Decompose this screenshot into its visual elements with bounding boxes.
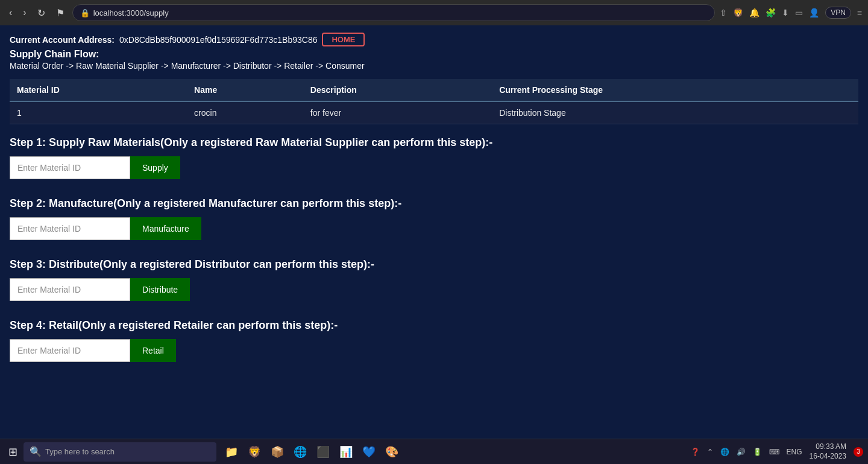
step-heading-1: Step 1: Supply Raw Materials(Only a regi…	[10, 136, 858, 149]
profile-icon[interactable]: 👤	[809, 8, 819, 17]
taskbar-search[interactable]: 🔍	[24, 442, 216, 462]
taskbar-volume-icon: 🔊	[737, 448, 746, 456]
taskbar-network-icon: 🌐	[720, 448, 729, 456]
col-header-stage: Current Processing Stage	[492, 79, 858, 101]
taskbar-app-edge[interactable]: 🌐	[290, 442, 310, 462]
share-icon[interactable]: ⇧	[720, 8, 727, 17]
col-header-description: Description	[303, 79, 492, 101]
start-button[interactable]: ⊞	[5, 443, 21, 461]
taskbar-app-brave[interactable]: 🦁	[244, 442, 265, 462]
window-icon[interactable]: ▭	[795, 8, 803, 17]
taskbar-app-vscode[interactable]: 💙	[359, 442, 379, 462]
taskbar-keyboard-icon: ⌨	[769, 448, 779, 456]
taskbar-notification-badge[interactable]: 3	[854, 447, 863, 457]
forward-button[interactable]: ›	[20, 6, 29, 19]
taskbar-app-store[interactable]: 📦	[267, 442, 288, 462]
vpn-badge[interactable]: VPN	[825, 7, 851, 19]
home-button[interactable]: HOME	[322, 33, 365, 46]
steps-container: Step 1: Supply Raw Materials(Only a regi…	[10, 136, 858, 362]
step-section-1: Step 1: Supply Raw Materials(Only a regi…	[10, 136, 858, 179]
refresh-button[interactable]: ↻	[34, 6, 48, 20]
step-4-material-id-input[interactable]	[10, 339, 130, 362]
taskbar-app-app1[interactable]: 📊	[336, 442, 356, 462]
download-icon[interactable]: ⬇	[782, 8, 789, 17]
extensions-icon[interactable]: 🧩	[766, 8, 776, 17]
step-heading-3: Step 3: Distribute(Only a registered Dis…	[10, 258, 858, 271]
step-heading-4: Step 4: Retail(Only a registered Retaile…	[10, 319, 858, 332]
supply-chain-flow: Material Order -> Raw Material Supplier …	[10, 61, 858, 71]
browser-chrome: ‹ › ↻ ⚑ 🔒 localhost:3000/supply ⇧ 🦁 🔔 🧩 …	[0, 0, 868, 25]
lock-icon: 🔒	[80, 8, 90, 17]
taskbar-time-date: 09:33 AM 16-04-2023	[810, 442, 846, 461]
step-1-action-button[interactable]: Supply	[130, 156, 180, 179]
taskbar-apps: 📁 🦁 📦 🌐 ⬛ 📊 💙 🎨	[221, 442, 402, 462]
table-cell: crocin	[187, 101, 303, 124]
taskbar-right: ❓ ⌃ 🌐 🔊 🔋 ⌨ ENG 09:33 AM 16-04-2023 3	[691, 442, 863, 461]
step-input-row-1: Supply	[10, 156, 858, 179]
step-section-2: Step 2: Manufacture(Only a registered Ma…	[10, 197, 858, 240]
taskbar-app-terminal[interactable]: ⬛	[313, 442, 333, 462]
table-row: 1crocinfor feverDistribution Stage	[10, 101, 858, 124]
table-cell: Distribution Stage	[492, 101, 858, 124]
app-content: Current Account Address: 0xD8CdBb85f9000…	[0, 25, 868, 387]
search-icon: 🔍	[30, 446, 42, 457]
step-input-row-2: Manufacture	[10, 217, 858, 240]
table-cell: for fever	[303, 101, 492, 124]
taskbar-help-icon[interactable]: ❓	[691, 448, 700, 456]
url-bar[interactable]: 🔒 localhost:3000/supply	[72, 4, 715, 21]
col-header-material-id: Material ID	[10, 79, 187, 101]
step-section-3: Step 3: Distribute(Only a registered Dis…	[10, 258, 858, 301]
url-text: localhost:3000/supply	[93, 8, 169, 17]
taskbar-app-explorer[interactable]: 📁	[221, 442, 242, 462]
notification-icon[interactable]: 🔔	[749, 8, 760, 17]
step-2-material-id-input[interactable]	[10, 217, 130, 240]
supply-chain-title: Supply Chain Flow:	[10, 49, 858, 60]
table-header-row: Material ID Name Description Current Pro…	[10, 79, 858, 101]
step-4-action-button[interactable]: Retail	[130, 339, 176, 362]
taskbar-chevron-icon[interactable]: ⌃	[707, 448, 713, 456]
account-line: Current Account Address: 0xD8CdBb85f9000…	[10, 33, 858, 46]
col-header-name: Name	[187, 79, 303, 101]
account-label: Current Account Address:	[10, 35, 115, 45]
taskbar-battery-icon: 🔋	[753, 448, 762, 456]
material-table: Material ID Name Description Current Pro…	[10, 79, 858, 124]
back-button[interactable]: ‹	[6, 6, 15, 19]
step-1-material-id-input[interactable]	[10, 156, 130, 179]
step-3-material-id-input[interactable]	[10, 278, 130, 301]
table-cell: 1	[10, 101, 187, 124]
step-input-row-3: Distribute	[10, 278, 858, 301]
menu-icon[interactable]: ≡	[857, 8, 862, 17]
account-address: 0xD8CdBb85f900091ef0d159692F6d773c1Bb93C…	[119, 35, 318, 45]
taskbar-app-paint[interactable]: 🎨	[382, 442, 402, 462]
browser-actions: ⇧ 🦁 🔔 🧩 ⬇ ▭ 👤 VPN ≡	[720, 7, 862, 19]
search-input[interactable]	[45, 447, 202, 456]
step-heading-2: Step 2: Manufacture(Only a registered Ma…	[10, 197, 858, 210]
taskbar-language: ENG	[787, 448, 802, 456]
bookmark-button[interactable]: ⚑	[53, 6, 68, 20]
brave-icon[interactable]: 🦁	[733, 8, 743, 17]
step-section-4: Step 4: Retail(Only a registered Retaile…	[10, 319, 858, 362]
taskbar: ⊞ 🔍 📁 🦁 📦 🌐 ⬛ 📊 💙 🎨 ❓ ⌃ 🌐 🔊 🔋 ⌨ ENG 09:3…	[0, 439, 868, 464]
step-input-row-4: Retail	[10, 339, 858, 362]
taskbar-date: 16-04-2023	[810, 452, 846, 462]
taskbar-time: 09:33 AM	[810, 442, 846, 452]
step-3-action-button[interactable]: Distribute	[130, 278, 190, 301]
step-2-action-button[interactable]: Manufacture	[130, 217, 201, 240]
